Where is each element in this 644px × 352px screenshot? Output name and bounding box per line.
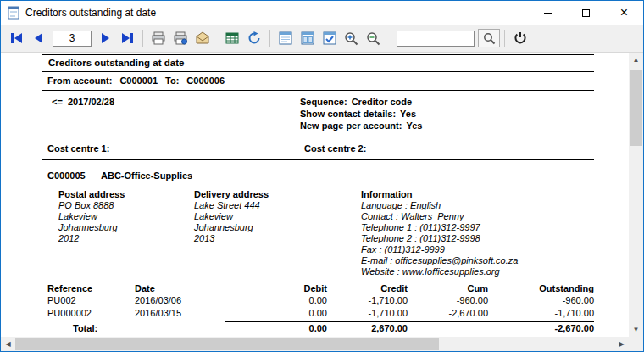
whole-page-view-button[interactable] — [275, 28, 296, 48]
rule-line — [42, 159, 594, 160]
cell-credit: -1,710.00 — [327, 294, 408, 307]
show-contact-value: Yes — [400, 109, 416, 119]
address-line: Lakeview — [194, 211, 361, 222]
address-line: Johannesburg — [58, 222, 194, 233]
address-line: PO Box 8888 — [58, 200, 194, 211]
new-page-value: Yes — [406, 120, 422, 131]
account-header-row: C000005 ABC-Office-Supplies — [42, 170, 594, 182]
horizontal-scrollbar[interactable]: ◀ ▶ — [1, 337, 629, 351]
cell-date: 2016/03/15 — [135, 307, 225, 320]
address-line: Fax : (011)312-9999 — [361, 244, 594, 255]
page-number-input[interactable] — [53, 31, 92, 47]
cell-reference: PU000002 — [42, 307, 135, 320]
date-condition: <= 2017/02/28 — [42, 96, 300, 131]
last-page-button[interactable] — [117, 28, 137, 48]
show-contact-row: Show contact details:Yes — [300, 108, 422, 120]
refresh-button[interactable] — [244, 28, 264, 48]
first-page-icon — [9, 31, 25, 45]
cell-outstanding: -960.00 — [488, 294, 594, 307]
vertical-scroll-thumb[interactable] — [630, 70, 642, 146]
scroll-left-button[interactable]: ◀ — [1, 337, 15, 351]
exit-button[interactable] — [510, 28, 530, 48]
to-account-value: C000006 — [186, 75, 225, 86]
address-line: Lake Street 444 — [194, 200, 361, 211]
title-bar: Creditors outstanding at date × — [1, 1, 643, 25]
scroll-down-button[interactable]: ▼ — [629, 322, 643, 337]
excel-export-button[interactable] — [222, 28, 242, 48]
report-window: Creditors outstanding at date × — [0, 0, 644, 352]
window-title: Creditors outstanding at date — [25, 7, 529, 19]
next-page-button[interactable] — [95, 28, 115, 48]
previous-page-button[interactable] — [29, 28, 49, 48]
close-icon: × — [620, 6, 628, 20]
new-page-label: New page per account: — [300, 120, 402, 131]
close-button[interactable]: × — [605, 1, 643, 25]
maximize-button[interactable] — [567, 1, 605, 25]
address-line: 2012 — [58, 233, 194, 244]
toolbar-separator — [142, 30, 143, 47]
cost-centre1-label: Cost centre 1: — [42, 137, 304, 159]
transactions-table: Reference Date Debit Credit Cum Outstand… — [42, 282, 594, 338]
whole-page-view-icon — [278, 31, 293, 45]
app-icon — [7, 6, 20, 20]
address-line: 2013 — [194, 233, 361, 244]
print-button[interactable] — [148, 28, 169, 48]
address-line: Language : English — [361, 200, 594, 211]
zoom-in-icon — [344, 31, 359, 46]
excel-icon — [225, 31, 240, 45]
sequence-value: Creditor code — [352, 97, 413, 107]
page-select-view-button[interactable] — [319, 28, 340, 48]
maximize-icon — [582, 9, 590, 17]
total-cum — [408, 322, 488, 335]
cell-debit: 0.00 — [225, 294, 327, 307]
report-title: Creditors outstanding at date — [42, 55, 594, 71]
page-select-view-icon — [322, 31, 337, 45]
postal-address-block: Postal address PO Box 8888LakeviewJohann… — [58, 188, 194, 277]
toolbar-separator — [504, 30, 505, 47]
cell-credit: -1,710.00 — [327, 307, 408, 320]
zoom-out-icon — [366, 31, 381, 46]
from-account-value: C000001 — [119, 75, 158, 86]
printer-setup-button[interactable] — [170, 28, 191, 48]
next-page-icon — [98, 31, 112, 45]
printer-icon — [151, 31, 166, 45]
postal-address-lines: PO Box 8888LakeviewJohannesburg2012 — [58, 200, 194, 244]
envelope-icon — [195, 31, 210, 45]
vertical-scrollbar[interactable]: ▲ ▼ — [629, 53, 643, 337]
address-line: Contact : Walters Penny — [361, 211, 594, 222]
cell-outstanding: -1,710.00 — [488, 307, 594, 320]
account-range-row: From account:C000001To:C000006 — [42, 72, 594, 90]
total-row: Total: 0.00 2,670.00 -2,670.00 — [42, 322, 594, 335]
delivery-address-block: Delivery address Lake Street 444Lakeview… — [194, 188, 361, 277]
minimize-button[interactable] — [529, 1, 567, 25]
page-width-view-icon — [300, 31, 315, 45]
horizontal-scroll-thumb[interactable] — [15, 338, 439, 350]
scroll-up-button[interactable]: ▲ — [629, 53, 643, 67]
cell-debit: 0.00 — [225, 307, 327, 320]
search-input[interactable] — [397, 31, 475, 47]
information-block: Information Language : EnglishContact : … — [361, 188, 594, 277]
email-export-button[interactable] — [192, 28, 213, 48]
search-button[interactable] — [478, 29, 500, 47]
cell-date: 2016/03/06 — [135, 294, 225, 307]
first-page-button[interactable] — [7, 28, 27, 48]
scroll-right-button[interactable]: ▶ — [614, 337, 629, 351]
total-outstanding: -2,670.00 — [488, 322, 594, 335]
table-row: PU000002 2016/03/15 0.00 -1,710.00 -2,67… — [42, 307, 594, 320]
toolbar — [1, 25, 643, 53]
postal-address-heading: Postal address — [58, 188, 194, 200]
page-width-view-button[interactable] — [297, 28, 318, 48]
sequence-row: Sequence:Creditor code — [300, 96, 422, 108]
cell-cum: -960.00 — [408, 294, 488, 307]
parameter-list: Sequence:Creditor code Show contact deta… — [300, 96, 422, 131]
header-outstanding: Outstanding — [488, 282, 594, 294]
zoom-in-button[interactable] — [341, 28, 362, 48]
total-credit: 2,670.00 — [327, 322, 408, 335]
cost-centre-row: Cost centre 1: Cost centre 2: — [42, 137, 594, 159]
address-line: Lakeview — [58, 211, 194, 222]
report-viewport: Creditors outstanding at date From accou… — [1, 53, 643, 351]
table-body: PU002 2016/03/06 0.00 -1,710.00 -960.00 … — [42, 294, 594, 320]
header-cum: Cum — [408, 282, 488, 294]
from-account-label: From account: — [47, 75, 112, 86]
zoom-out-button[interactable] — [364, 28, 384, 48]
